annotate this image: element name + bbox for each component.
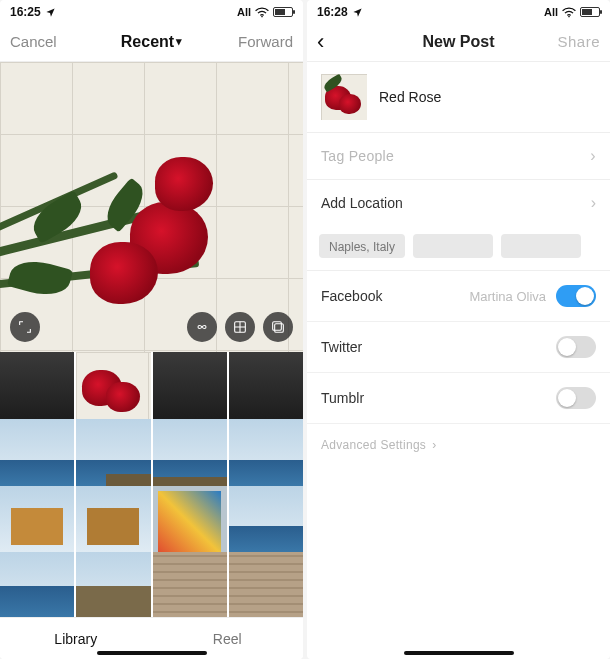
tag-people-label: Tag People (321, 148, 394, 164)
status-bar: 16:28 All (307, 0, 610, 22)
status-network: All (237, 6, 251, 18)
advanced-settings-label: Advanced Settings (321, 438, 426, 452)
svg-point-0 (261, 15, 263, 17)
share-tumblr-row: Tumblr (307, 373, 610, 424)
tab-library[interactable]: Library (0, 631, 152, 647)
share-facebook-row: Facebook Martina Oliva (307, 271, 610, 322)
status-network: All (544, 6, 558, 18)
page-title: New Post (422, 33, 494, 51)
layout-collage-button[interactable] (225, 312, 255, 342)
svg-point-4 (568, 15, 570, 17)
tag-people-row[interactable]: Tag People › (307, 132, 610, 179)
share-twitter-row: Twitter (307, 322, 610, 373)
nav-bar: Cancel Recent ▾ Forward (0, 22, 303, 62)
share-twitter-label: Twitter (321, 339, 362, 355)
expand-icon (17, 319, 33, 335)
grid-thumb[interactable] (229, 552, 303, 617)
grid-thumb[interactable] (76, 552, 150, 617)
share-facebook-label: Facebook (321, 288, 382, 304)
chevron-right-icon: › (591, 194, 596, 212)
back-button[interactable]: ‹ (317, 29, 377, 55)
grid-thumb[interactable] (153, 352, 227, 426)
grid-thumb[interactable] (76, 486, 150, 560)
status-time: 16:25 (10, 5, 41, 19)
location-chip[interactable]: Naples, Italy (319, 234, 405, 258)
svg-rect-3 (273, 322, 282, 331)
screen-new-post: 16:28 All ‹ New Post Share Red Rose Tag … (307, 0, 610, 659)
cancel-button[interactable]: Cancel (10, 33, 70, 50)
grid-thumb[interactable] (229, 419, 303, 493)
photo-red-roses (0, 132, 240, 332)
chevron-right-icon: › (590, 147, 596, 165)
battery-icon (273, 7, 293, 17)
grid-thumb[interactable] (153, 552, 227, 617)
caption-input[interactable]: Red Rose (379, 89, 596, 105)
album-picker-button[interactable]: Recent ▾ (121, 33, 182, 51)
location-arrow-icon (45, 7, 56, 18)
share-tumblr-label: Tumblr (321, 390, 364, 406)
selected-photo-preview[interactable] (0, 62, 303, 352)
multi-select-icon (270, 319, 286, 335)
chevron-down-icon: ▾ (176, 35, 182, 48)
share-facebook-account: Martina Oliva (469, 289, 546, 304)
grid-thumb[interactable] (153, 419, 227, 493)
grid-thumb[interactable] (76, 419, 150, 493)
grid-thumb[interactable] (0, 486, 74, 560)
layout-icon (232, 319, 248, 335)
location-suggestions: Naples, Italy (307, 226, 610, 271)
infinity-icon (194, 319, 210, 335)
grid-thumb[interactable] (76, 352, 150, 426)
home-indicator (404, 651, 514, 655)
wifi-icon (255, 7, 269, 18)
nav-bar: ‹ New Post Share (307, 22, 610, 62)
location-arrow-icon (352, 7, 363, 18)
wifi-icon (562, 7, 576, 18)
add-location-row[interactable]: Add Location › (307, 179, 610, 226)
share-button[interactable]: Share (540, 33, 600, 50)
nav-title-label: Recent (121, 33, 174, 51)
tab-reel[interactable]: Reel (152, 631, 304, 647)
location-chip[interactable] (501, 234, 581, 258)
home-indicator (97, 651, 207, 655)
chevron-right-icon: › (432, 438, 436, 452)
multi-select-button[interactable] (263, 312, 293, 342)
photo-grid (0, 352, 303, 617)
advanced-settings-row[interactable]: Advanced Settings › (307, 424, 610, 466)
grid-thumb[interactable] (229, 486, 303, 560)
share-twitter-toggle[interactable] (556, 336, 596, 358)
boomerang-button[interactable] (187, 312, 217, 342)
share-facebook-toggle[interactable] (556, 285, 596, 307)
grid-thumb[interactable] (0, 352, 74, 426)
add-location-label: Add Location (321, 195, 403, 211)
grid-thumb[interactable] (0, 552, 74, 617)
svg-rect-2 (275, 324, 284, 333)
status-bar: 16:25 All (0, 0, 303, 22)
forward-button[interactable]: Forward (233, 33, 293, 50)
grid-thumb[interactable] (0, 419, 74, 493)
expand-crop-button[interactable] (10, 312, 40, 342)
grid-thumb[interactable] (153, 486, 227, 560)
caption-row: Red Rose (307, 62, 610, 132)
status-time: 16:28 (317, 5, 348, 19)
post-thumbnail[interactable] (321, 74, 367, 120)
location-chip[interactable] (413, 234, 493, 258)
share-tumblr-toggle[interactable] (556, 387, 596, 409)
grid-thumb[interactable] (229, 352, 303, 426)
battery-icon (580, 7, 600, 17)
screen-library: 16:25 All Cancel Recent ▾ Forward (0, 0, 303, 659)
